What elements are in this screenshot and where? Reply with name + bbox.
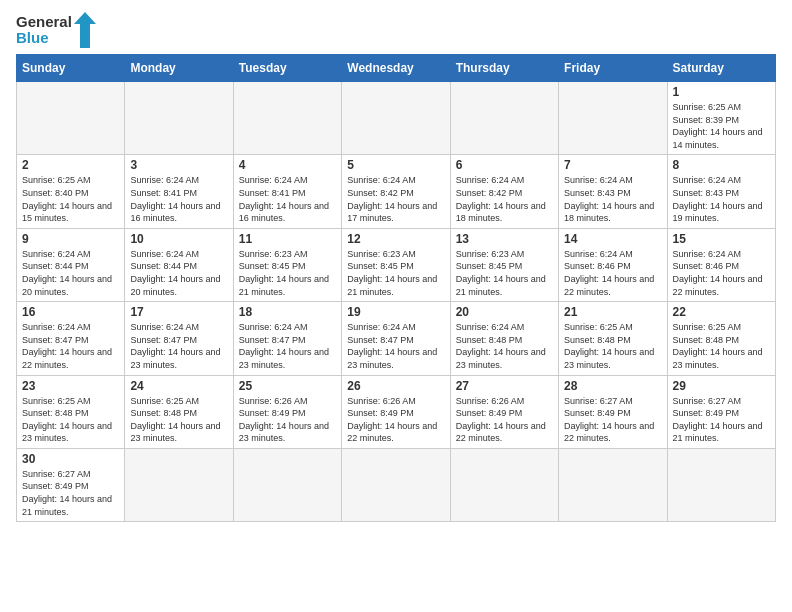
day-info: Sunrise: 6:27 AMSunset: 8:49 PMDaylight:…	[22, 468, 119, 518]
calendar-day-cell: 13Sunrise: 6:23 AMSunset: 8:45 PMDayligh…	[450, 228, 558, 301]
day-info: Sunrise: 6:25 AMSunset: 8:48 PMDaylight:…	[564, 321, 661, 371]
day-number: 25	[239, 379, 336, 393]
day-number: 4	[239, 158, 336, 172]
calendar-day-cell: 9Sunrise: 6:24 AMSunset: 8:44 PMDaylight…	[17, 228, 125, 301]
weekday-header: Saturday	[667, 55, 775, 82]
calendar-day-cell: 17Sunrise: 6:24 AMSunset: 8:47 PMDayligh…	[125, 302, 233, 375]
calendar-day-cell: 18Sunrise: 6:24 AMSunset: 8:47 PMDayligh…	[233, 302, 341, 375]
day-info: Sunrise: 6:26 AMSunset: 8:49 PMDaylight:…	[456, 395, 553, 445]
day-info: Sunrise: 6:24 AMSunset: 8:48 PMDaylight:…	[456, 321, 553, 371]
day-info: Sunrise: 6:25 AMSunset: 8:39 PMDaylight:…	[673, 101, 770, 151]
calendar-day-cell: 26Sunrise: 6:26 AMSunset: 8:49 PMDayligh…	[342, 375, 450, 448]
weekday-header: Wednesday	[342, 55, 450, 82]
calendar-day-cell	[233, 82, 341, 155]
day-number: 22	[673, 305, 770, 319]
day-info: Sunrise: 6:27 AMSunset: 8:49 PMDaylight:…	[564, 395, 661, 445]
day-number: 8	[673, 158, 770, 172]
day-info: Sunrise: 6:24 AMSunset: 8:46 PMDaylight:…	[673, 248, 770, 298]
calendar-day-cell: 28Sunrise: 6:27 AMSunset: 8:49 PMDayligh…	[559, 375, 667, 448]
calendar-header-row: SundayMondayTuesdayWednesdayThursdayFrid…	[17, 55, 776, 82]
calendar-week-row: 9Sunrise: 6:24 AMSunset: 8:44 PMDaylight…	[17, 228, 776, 301]
calendar-day-cell: 7Sunrise: 6:24 AMSunset: 8:43 PMDaylight…	[559, 155, 667, 228]
day-info: Sunrise: 6:27 AMSunset: 8:49 PMDaylight:…	[673, 395, 770, 445]
day-info: Sunrise: 6:24 AMSunset: 8:42 PMDaylight:…	[347, 174, 444, 224]
calendar-day-cell	[125, 82, 233, 155]
day-info: Sunrise: 6:25 AMSunset: 8:48 PMDaylight:…	[130, 395, 227, 445]
day-number: 24	[130, 379, 227, 393]
calendar-day-cell: 5Sunrise: 6:24 AMSunset: 8:42 PMDaylight…	[342, 155, 450, 228]
calendar-day-cell	[233, 448, 341, 521]
calendar-day-cell	[125, 448, 233, 521]
day-number: 7	[564, 158, 661, 172]
calendar-day-cell	[450, 448, 558, 521]
day-info: Sunrise: 6:24 AMSunset: 8:47 PMDaylight:…	[22, 321, 119, 371]
day-info: Sunrise: 6:24 AMSunset: 8:43 PMDaylight:…	[564, 174, 661, 224]
weekday-header: Monday	[125, 55, 233, 82]
page-header: General Blue	[16, 12, 776, 48]
day-info: Sunrise: 6:25 AMSunset: 8:48 PMDaylight:…	[22, 395, 119, 445]
calendar-day-cell: 23Sunrise: 6:25 AMSunset: 8:48 PMDayligh…	[17, 375, 125, 448]
calendar-day-cell: 10Sunrise: 6:24 AMSunset: 8:44 PMDayligh…	[125, 228, 233, 301]
logo-container: General Blue	[16, 12, 96, 48]
weekday-header: Tuesday	[233, 55, 341, 82]
calendar-week-row: 1Sunrise: 6:25 AMSunset: 8:39 PMDaylight…	[17, 82, 776, 155]
day-info: Sunrise: 6:24 AMSunset: 8:47 PMDaylight:…	[347, 321, 444, 371]
calendar-day-cell: 15Sunrise: 6:24 AMSunset: 8:46 PMDayligh…	[667, 228, 775, 301]
calendar-day-cell	[559, 448, 667, 521]
day-number: 23	[22, 379, 119, 393]
day-number: 27	[456, 379, 553, 393]
day-info: Sunrise: 6:24 AMSunset: 8:41 PMDaylight:…	[130, 174, 227, 224]
calendar-day-cell	[17, 82, 125, 155]
svg-marker-0	[74, 12, 96, 48]
day-number: 6	[456, 158, 553, 172]
day-number: 10	[130, 232, 227, 246]
day-info: Sunrise: 6:23 AMSunset: 8:45 PMDaylight:…	[456, 248, 553, 298]
calendar-day-cell: 24Sunrise: 6:25 AMSunset: 8:48 PMDayligh…	[125, 375, 233, 448]
calendar-day-cell: 12Sunrise: 6:23 AMSunset: 8:45 PMDayligh…	[342, 228, 450, 301]
day-number: 5	[347, 158, 444, 172]
calendar-table: SundayMondayTuesdayWednesdayThursdayFrid…	[16, 54, 776, 522]
calendar-week-row: 23Sunrise: 6:25 AMSunset: 8:48 PMDayligh…	[17, 375, 776, 448]
calendar-day-cell: 30Sunrise: 6:27 AMSunset: 8:49 PMDayligh…	[17, 448, 125, 521]
weekday-header: Friday	[559, 55, 667, 82]
calendar-day-cell: 6Sunrise: 6:24 AMSunset: 8:42 PMDaylight…	[450, 155, 558, 228]
logo-flag-icon	[74, 12, 96, 48]
calendar-week-row: 30Sunrise: 6:27 AMSunset: 8:49 PMDayligh…	[17, 448, 776, 521]
logo-general: General	[16, 14, 72, 31]
day-number: 30	[22, 452, 119, 466]
day-number: 12	[347, 232, 444, 246]
day-number: 18	[239, 305, 336, 319]
calendar-day-cell: 4Sunrise: 6:24 AMSunset: 8:41 PMDaylight…	[233, 155, 341, 228]
day-number: 11	[239, 232, 336, 246]
day-number: 28	[564, 379, 661, 393]
calendar-day-cell	[342, 448, 450, 521]
day-info: Sunrise: 6:23 AMSunset: 8:45 PMDaylight:…	[239, 248, 336, 298]
day-info: Sunrise: 6:24 AMSunset: 8:44 PMDaylight:…	[22, 248, 119, 298]
calendar-day-cell: 16Sunrise: 6:24 AMSunset: 8:47 PMDayligh…	[17, 302, 125, 375]
day-info: Sunrise: 6:24 AMSunset: 8:42 PMDaylight:…	[456, 174, 553, 224]
calendar-day-cell: 19Sunrise: 6:24 AMSunset: 8:47 PMDayligh…	[342, 302, 450, 375]
day-info: Sunrise: 6:26 AMSunset: 8:49 PMDaylight:…	[239, 395, 336, 445]
calendar-day-cell: 22Sunrise: 6:25 AMSunset: 8:48 PMDayligh…	[667, 302, 775, 375]
calendar-day-cell: 25Sunrise: 6:26 AMSunset: 8:49 PMDayligh…	[233, 375, 341, 448]
calendar-day-cell	[342, 82, 450, 155]
calendar-day-cell: 3Sunrise: 6:24 AMSunset: 8:41 PMDaylight…	[125, 155, 233, 228]
calendar-day-cell: 11Sunrise: 6:23 AMSunset: 8:45 PMDayligh…	[233, 228, 341, 301]
day-number: 13	[456, 232, 553, 246]
calendar-day-cell	[667, 448, 775, 521]
day-info: Sunrise: 6:26 AMSunset: 8:49 PMDaylight:…	[347, 395, 444, 445]
calendar-day-cell: 14Sunrise: 6:24 AMSunset: 8:46 PMDayligh…	[559, 228, 667, 301]
day-number: 26	[347, 379, 444, 393]
day-info: Sunrise: 6:24 AMSunset: 8:44 PMDaylight:…	[130, 248, 227, 298]
day-number: 20	[456, 305, 553, 319]
calendar-day-cell: 1Sunrise: 6:25 AMSunset: 8:39 PMDaylight…	[667, 82, 775, 155]
logo: General Blue	[16, 12, 96, 48]
calendar-day-cell: 21Sunrise: 6:25 AMSunset: 8:48 PMDayligh…	[559, 302, 667, 375]
day-number: 29	[673, 379, 770, 393]
calendar-week-row: 16Sunrise: 6:24 AMSunset: 8:47 PMDayligh…	[17, 302, 776, 375]
day-info: Sunrise: 6:25 AMSunset: 8:48 PMDaylight:…	[673, 321, 770, 371]
day-number: 1	[673, 85, 770, 99]
day-info: Sunrise: 6:23 AMSunset: 8:45 PMDaylight:…	[347, 248, 444, 298]
weekday-header: Sunday	[17, 55, 125, 82]
day-info: Sunrise: 6:25 AMSunset: 8:40 PMDaylight:…	[22, 174, 119, 224]
